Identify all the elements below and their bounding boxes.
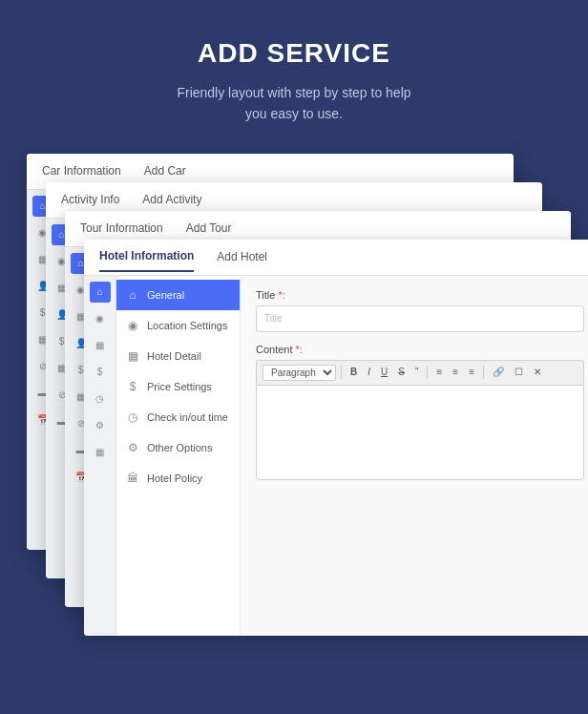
toolbar-divider-2 bbox=[427, 366, 428, 379]
toolbar-divider-3 bbox=[483, 366, 484, 379]
bold-button[interactable]: B bbox=[346, 365, 361, 380]
align-left-button[interactable]: ≡ bbox=[432, 365, 446, 380]
page-title: ADD SERVICE bbox=[19, 38, 569, 69]
menu-general[interactable]: ⌂ General bbox=[116, 280, 240, 310]
tab-add-activity[interactable]: Add Activity bbox=[142, 185, 201, 214]
tab-add-car[interactable]: Add Car bbox=[144, 157, 186, 185]
menu-price[interactable]: $ Price Settings bbox=[116, 371, 240, 402]
italic-button[interactable]: I bbox=[364, 365, 374, 380]
price-icon: $ bbox=[126, 380, 139, 393]
hotel-icon-home: ⌂ bbox=[90, 282, 111, 303]
checkin-icon: ◷ bbox=[126, 410, 139, 424]
link-button[interactable]: 🔗 bbox=[489, 365, 508, 380]
tab-add-tour[interactable]: Add Tour bbox=[186, 214, 232, 242]
hotel-icon-location: ◉ bbox=[90, 308, 111, 329]
menu-hotel-detail[interactable]: ▦ Hotel Detail bbox=[116, 341, 240, 371]
image-button[interactable]: ☐ bbox=[511, 365, 527, 380]
tab-add-hotel[interactable]: Add Hotel bbox=[217, 242, 267, 271]
strikethrough-button[interactable]: S bbox=[394, 365, 409, 380]
tab-activity-info[interactable]: Activity Info bbox=[61, 185, 119, 214]
other-icon: ⚙ bbox=[126, 441, 139, 454]
editor-toolbar: Paragraph B I U S " ≡ ≡ ≡ 🔗 ☐ ✕ bbox=[256, 360, 584, 385]
tab-tour-info[interactable]: Tour Information bbox=[80, 214, 163, 242]
editor-body[interactable] bbox=[256, 385, 584, 480]
hotel-icon-price: $ bbox=[90, 362, 111, 383]
hotel-icon-options: ⚙ bbox=[90, 415, 111, 436]
toolbar-divider-1 bbox=[341, 366, 342, 379]
menu-other[interactable]: ⚙ Other Options bbox=[116, 432, 240, 463]
tab-hotel-info[interactable]: Hotel Information bbox=[99, 242, 194, 272]
hotel-detail-icon: ▦ bbox=[126, 349, 139, 363]
header-section: ADD SERVICE Friendly layout with step by… bbox=[0, 0, 588, 154]
clear-button[interactable]: ✕ bbox=[530, 365, 545, 380]
general-icon: ⌂ bbox=[126, 288, 139, 302]
title-input[interactable]: Title bbox=[256, 305, 584, 332]
hotel-icon-checkin: ◷ bbox=[90, 388, 111, 410]
hotel-icon-sidebar: ⌂ ◉ ▦ $ ◷ ⚙ ▦ bbox=[84, 276, 116, 636]
hotel-main-content: Title *: Title Content *: Paragraph B bbox=[241, 276, 588, 636]
underline-button[interactable]: U bbox=[377, 365, 391, 380]
hotel-icon-policy: ▦ bbox=[90, 442, 111, 463]
hotel-icon-detail: ▦ bbox=[90, 335, 111, 356]
menu-location[interactable]: ◉ Location Settings bbox=[116, 310, 240, 341]
title-required: *: bbox=[278, 289, 284, 301]
title-label: Title *: bbox=[256, 289, 584, 301]
hotel-tabs: Hotel Information Add Hotel bbox=[84, 240, 588, 276]
menu-checkin[interactable]: ◷ Check in/out time bbox=[116, 402, 240, 432]
hotel-sidebar-menu: ⌂ General ◉ Location Settings ▦ Hotel De… bbox=[116, 276, 241, 636]
content-required: *: bbox=[296, 344, 303, 355]
paragraph-select[interactable]: Paragraph bbox=[262, 365, 336, 381]
subtitle: Friendly layout with step by step to hel… bbox=[19, 82, 569, 125]
location-icon: ◉ bbox=[126, 319, 139, 332]
panel-hotel: Hotel Information Add Hotel ⌂ ◉ ▦ $ ◷ ⚙ … bbox=[84, 240, 588, 636]
content-label: Content *: bbox=[256, 344, 584, 355]
align-right-button[interactable]: ≡ bbox=[465, 365, 478, 380]
hotel-panel-body: ⌂ ◉ ▦ $ ◷ ⚙ ▦ ⌂ General ◉ Location Setti… bbox=[84, 276, 588, 636]
align-center-button[interactable]: ≡ bbox=[449, 365, 462, 380]
menu-policy[interactable]: 🏛 Hotel Policy bbox=[116, 463, 240, 494]
stacked-panels: Car Information Add Car ⌂ ◉ ▦ 👤 $ ▦ ⊘ ▬ … bbox=[27, 154, 561, 593]
policy-icon: 🏛 bbox=[126, 472, 139, 485]
tab-car-info[interactable]: Car Information bbox=[42, 157, 121, 185]
blockquote-button[interactable]: " bbox=[411, 365, 423, 380]
